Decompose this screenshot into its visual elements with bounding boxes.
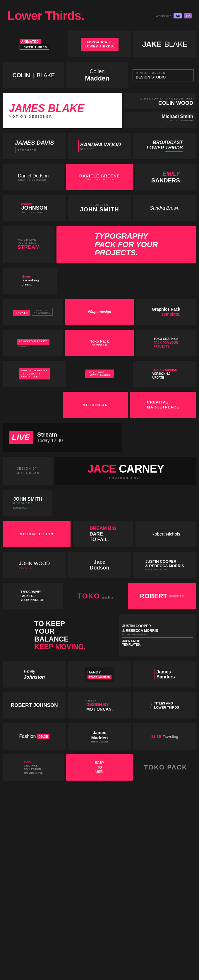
broadcast-lt-line1: BROADCAST: [153, 140, 183, 145]
cell-toko-feat: TOKO FEAT.LOWER THIRDS: [68, 361, 131, 387]
hope-text: is a waking dream.: [22, 278, 39, 286]
fresh-design-text: DESIGN BY MOTIONCAN.: [86, 702, 113, 712]
cell-james-davis: JAMES DAVIS REPORTER: [3, 133, 66, 159]
cell-creative-marketplace: CREATIVE MARKETPLACE: [130, 392, 196, 418]
james-madden-name: James Madden: [91, 730, 108, 740]
row-12: MOTIONCAN CREATIVE MARKETPLACE: [0, 390, 199, 420]
handy-text: HANDY: [88, 670, 112, 675]
live-badge: LIVE: [9, 431, 33, 444]
cell-colin-blake: COLIN | BLAKE: [3, 62, 64, 88]
typography-pack-2-text: TYPOGRAPHY PACK FOR YOUR PROJECTS: [21, 590, 46, 602]
michael-smith-sub: MOTION DESIGNER: [167, 119, 193, 122]
cell-typography-pack-2: TYPOGRAPHY PACK FOR YOUR PROJECTS: [3, 583, 63, 609]
row-7: Watch LiveToday 12:30 STREAM TYPOGRAPHY …: [0, 224, 199, 265]
cell-james-sanders: James Sanders: [133, 661, 196, 687]
cell-toko-pack: Toko Pack Version 4.0: [65, 330, 134, 356]
collen-madden-first: Collen: [85, 68, 109, 75]
row-15: JOHN SMITH PRODUCER MOTIONCAN: [0, 487, 199, 519]
jake-blake-name: JAKE Blake: [142, 40, 187, 49]
cell-michael-smith: Michael Smith MOTION DESIGNER: [124, 111, 196, 128]
robert-johnson-role: ART DIRECTOR: [21, 211, 48, 214]
minimal-design-title: MINIMAL DESIGN: [136, 72, 191, 74]
design-by-text: DESIGN BY MOTIONCAN: [16, 466, 40, 475]
james-davis-name: JAMES DAVIS: [14, 139, 54, 146]
jace-dodson-name: Jace Dodson: [90, 559, 110, 571]
cell-toko-graphics: TOKO GRAPHICS PACK FOR YOUR PROJECTS.: [136, 330, 196, 356]
row-23: TOKO GRAPHICS COLLECTION ON VIDEOHIVE Ea…: [0, 752, 199, 783]
cell-fashion: Fashion 09.25: [3, 723, 66, 749]
row-8: #Hope is a waking dream.: [0, 265, 199, 296]
james-davis-bar: [14, 147, 16, 153]
john-smith-prod-sub: MOTIONCAN: [13, 507, 42, 509]
motion-design-text: MOTION DESIGN: [20, 532, 54, 536]
emily-sanders-first: EMILY: [151, 170, 180, 177]
typography-pack-text: TYPOGRAPHY PACK FOR YOUR PROJECTS.: [95, 232, 158, 257]
cell-hope: #Hope is a waking dream.: [3, 267, 57, 294]
row-2: COLIN | BLAKE Collen Madden MINIMAL DESI…: [0, 60, 199, 91]
jace-rest: CARNEY: [119, 463, 164, 475]
john-smith-prod-name: JOHN SMITH: [13, 496, 42, 502]
cell-robert-big: ROBERT DIRECTOR: [128, 583, 196, 609]
badge-pr: Pr: [184, 13, 192, 18]
justin-rebecca-bar: [122, 638, 193, 638]
robert-johnson-name: JOHNSON: [21, 205, 48, 211]
cell-daniel-dodson: Daniel Dodson GRAPHIC DESIGNER: [3, 164, 64, 190]
cell-john-smith-producer: JOHN SMITH PRODUCER MOTIONCAN: [3, 490, 53, 516]
toko-pack-version: Version 4.0: [92, 344, 107, 347]
watch-live-label: Watch LiveToday 12:30: [17, 238, 40, 244]
row-21: ROBERT JOHNSON FRESH DESIGN BY MOTIONCAN…: [0, 690, 199, 721]
row-17: JOHN WOOD DESIGNER Jace Dodson JUSTIN CO…: [0, 550, 199, 581]
cell-handy-fonts: HANDY FONTS INCLUDED: [68, 661, 131, 687]
robert-nichols-name: Robert Nichols: [151, 531, 180, 536]
live-stream-text: Stream: [37, 431, 63, 438]
row-11: NEW AUTO RESIZE TYPOGRAPHY COMING 4.0 TO…: [0, 358, 199, 390]
fashion-accent: 09.25: [37, 734, 50, 739]
cell-jace-carney: JACE CARNEY PHOTOGRAPHER: [55, 457, 196, 485]
envato-market-sub: COMMUNITY: [17, 345, 49, 348]
colin-wood-group: DIRECTOR OF PHOTOGRAPHY COLIN WOOD Micha…: [124, 93, 196, 128]
cell-new-auto: NEW AUTO RESIZE TYPOGRAPHY COMING 4.0: [3, 361, 66, 387]
cell-emily-sanders: EMILY SANDERS: [135, 164, 196, 190]
cell-minimal-design: MINIMAL DESIGN DESIGN STUDIO: [130, 62, 196, 88]
cell-animated-lower-thirds: ANIMATED LOWER THIRDS: [3, 31, 66, 57]
cell-typography-pack: TYPOGRAPHY PACK FOR YOUR PROJECTS.: [56, 226, 196, 263]
john-wood-role: DESIGNER: [19, 566, 50, 569]
john-smith-tmpl-name: JOHN SMITH TEMPLATES.: [122, 640, 141, 646]
john-smith-prod-role: PRODUCER: [13, 502, 42, 505]
traveling-text: Traveling: [163, 734, 178, 739]
john-smith-prod-bar: [13, 506, 25, 506]
cell-graphics-pack: Graphics Pack Template.: [136, 299, 196, 325]
john-smith-name: JOHN SMITH: [80, 206, 119, 213]
jace-role: PHOTOGRAPHER: [110, 476, 142, 479]
john-wood-name: JOHN WOOD: [19, 561, 50, 566]
daniele-greene-name: DANIELE GREENE: [79, 173, 120, 178]
row-13: LIVE Stream Today 12:30: [0, 420, 199, 454]
cell-toko-graphics-2: TOKO GRAPHICS COLLECTION ON VIDEOHIVE: [3, 754, 64, 781]
colin-wood-label: DIRECTOR OF PHOTOGRAPHY: [140, 97, 193, 100]
cell-to-keep: TO KEEP YOUR BALANCE KEEP MOVING.: [3, 614, 117, 657]
to-keep-line4: KEEP MOVING.: [34, 643, 86, 651]
app-badges: Works with Ae Pr: [156, 13, 192, 18]
collen-madden-last: Madden: [85, 75, 109, 82]
toko-graphics-2-text: TOKO GRAPHICS COLLECTION ON VIDEOHIVE: [24, 760, 43, 775]
row-1: ANIMATED LOWER THIRDS #BROADCAST LOWER T…: [0, 29, 199, 60]
broadcast-lt-line2: LOWER THIRDS: [146, 145, 183, 151]
james-sanders-bar: [154, 669, 155, 679]
cell-empty-2: [3, 392, 60, 418]
cell-toko-pack-final: TOKO PACK: [135, 754, 196, 781]
to-keep-line3: BALANCE: [34, 635, 86, 643]
row-5: Daniel Dodson GRAPHIC DESIGNER DANIELE G…: [0, 162, 199, 192]
row-4: JAMES DAVIS REPORTER SANDRA WOOD DESIGNE…: [0, 130, 199, 162]
cell-live-stream: LIVE Stream Today 12:30: [3, 423, 122, 452]
fresh-label: FRESH: [86, 699, 113, 702]
cell-robert-johnson: ROBERT JOHNSON ART DIRECTOR: [3, 195, 66, 221]
header: Lower Thirds. Works with Ae Pr: [0, 0, 199, 29]
page-title: Lower Thirds.: [7, 9, 84, 23]
cell-james-madden: James Madden Motion Designer: [68, 723, 131, 749]
cell-emily-johnston: Emily Johnston: [3, 661, 66, 687]
works-with-label: Works with: [156, 14, 172, 18]
cell-superdesign: #Superdesign: [65, 299, 134, 325]
cell-fresh-design: FRESH DESIGN BY MOTIONCAN.: [68, 692, 131, 719]
cell-jake-blake: JAKE Blake: [133, 31, 196, 57]
justin-cooper-role: MUSIC PRODUCER: [145, 568, 184, 571]
